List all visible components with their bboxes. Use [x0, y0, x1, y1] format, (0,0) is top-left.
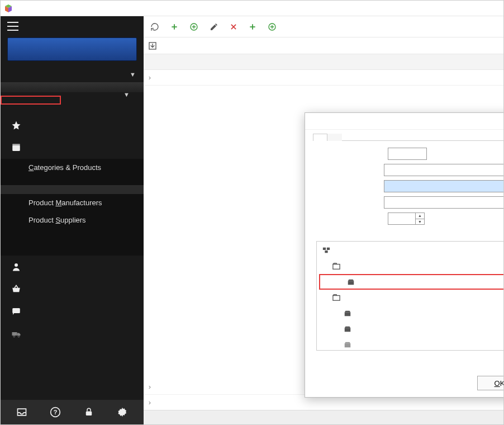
svg-rect-4: [12, 332, 17, 336]
app-logo-icon: [4, 4, 13, 13]
quick-add-group-button[interactable]: [185, 20, 205, 34]
expand-button[interactable]: [148, 41, 160, 50]
folder-icon: [332, 294, 340, 301]
gear-icon[interactable]: [115, 404, 130, 420]
svg-point-5: [13, 336, 15, 337]
sidebar-sub-attributes[interactable]: [1, 185, 144, 194]
ok-button[interactable]: OK: [477, 376, 503, 390]
chat-icon: [11, 306, 22, 317]
shops-icon: [322, 246, 330, 254]
expand-row-icon[interactable]: ›: [144, 73, 156, 82]
sidebar-item-orders[interactable]: [1, 278, 144, 300]
expand-icon: [148, 41, 157, 50]
shop-icon: [344, 309, 351, 317]
expand-row-icon[interactable]: ›: [144, 382, 156, 391]
shop-icon: [347, 278, 355, 286]
tree-header: [317, 242, 503, 258]
select-attribute-type[interactable]: ▼: [384, 164, 503, 176]
add-group-button[interactable]: [166, 21, 185, 33]
modal-titlebar: ? ✕: [305, 113, 503, 130]
edit-group-modal: ? ✕: [305, 112, 503, 398]
grid-footer: [144, 410, 503, 424]
svg-point-2: [15, 263, 18, 267]
sidebar-sub-categories[interactable]: Categories & Products: [1, 159, 144, 176]
sidebar-item-favorites[interactable]: [1, 114, 144, 136]
sidebar-sub-picker[interactable]: [1, 176, 144, 185]
shop-selector[interactable]: [1, 96, 61, 105]
svg-rect-19: [333, 296, 340, 301]
input-public-name[interactable]: [384, 196, 503, 209]
sidebar: ▼ ▼ Categories & Products Product Manufa…: [1, 16, 144, 424]
hamburger-button[interactable]: [1, 16, 144, 36]
truck-icon: [11, 328, 22, 339]
svg-rect-16: [325, 251, 327, 253]
sidebar-sub-features[interactable]: [1, 229, 144, 238]
section-shop-association: [313, 231, 503, 241]
svg-rect-15: [327, 248, 330, 250]
modal-footer: OK: [305, 369, 503, 397]
edit-group-button[interactable]: [205, 20, 225, 34]
svg-rect-14: [323, 248, 326, 250]
shop-icon: [344, 341, 351, 348]
sidebar-item-catalog[interactable]: [1, 136, 144, 159]
store-selector[interactable]: ▼: [1, 67, 144, 82]
grid-header: [144, 54, 503, 70]
svg-point-6: [18, 336, 20, 337]
store-banner: [7, 37, 137, 61]
sidebar-bottom-bar: ?: [1, 400, 144, 424]
help-icon[interactable]: ?: [47, 404, 63, 420]
tree-row-photo-stuff[interactable]: [317, 290, 503, 305]
svg-rect-21: [345, 328, 351, 332]
tab-english[interactable]: [313, 134, 327, 141]
shop-tree: ✓ ✓: [316, 241, 503, 351]
toolbar-secondary: [144, 37, 503, 54]
tree-row-photo-usa[interactable]: [317, 337, 503, 351]
sidebar-item-customers[interactable]: [1, 256, 144, 278]
person-icon: [11, 261, 22, 272]
table-row[interactable]: ›: [144, 70, 503, 86]
chevron-down-icon[interactable]: ▼: [123, 91, 130, 98]
content-area: › › ›: [144, 16, 503, 424]
position-spinner: ▲ ▼: [415, 213, 424, 224]
svg-rect-18: [348, 281, 354, 285]
sidebar-sub-tags[interactable]: [1, 238, 144, 247]
tree-row-photo-eu[interactable]: [317, 321, 503, 337]
basket-icon: [11, 284, 22, 295]
input-name[interactable]: [384, 180, 503, 192]
input-position[interactable]: ▲ ▼: [388, 212, 425, 225]
svg-rect-1: [12, 144, 20, 145]
folder-icon: [332, 262, 340, 270]
lock-icon[interactable]: [81, 404, 97, 420]
quick-add-attribute-button[interactable]: [263, 20, 283, 34]
spinner-up-icon[interactable]: ▲: [416, 213, 424, 219]
chevron-down-icon: ▼: [130, 71, 136, 78]
input-group-id[interactable]: [388, 148, 427, 160]
add-attribute-button[interactable]: [244, 21, 263, 33]
sidebar-item-shipping[interactable]: [1, 323, 144, 345]
svg-rect-0: [12, 145, 20, 152]
svg-rect-3: [12, 308, 20, 313]
titlebar: [1, 1, 503, 16]
tab-french[interactable]: [327, 134, 342, 141]
sidebar-sub-attachments[interactable]: [1, 247, 144, 256]
expand-row-icon[interactable]: ›: [144, 398, 156, 407]
language-tabs: [313, 133, 503, 141]
svg-text:?: ?: [54, 409, 58, 415]
svg-rect-17: [333, 265, 340, 270]
inbox-icon[interactable]: [14, 404, 30, 420]
shop-chevron-outer: ▼: [123, 90, 135, 98]
tree-row-photo-na[interactable]: [317, 305, 503, 321]
tree-row-default[interactable]: ✓: [317, 258, 503, 274]
catalog-icon: [11, 142, 22, 153]
sidebar-item-customer-service[interactable]: [1, 300, 144, 323]
sidebar-sub-manufacturers[interactable]: Product Manufacturers: [1, 194, 144, 211]
refresh-button[interactable]: [146, 20, 166, 34]
shop-icon: [344, 325, 351, 333]
svg-rect-20: [345, 312, 351, 316]
spinner-down-icon[interactable]: ▼: [416, 219, 424, 225]
sidebar-sub-suppliers[interactable]: Product Suppliers: [1, 211, 144, 229]
svg-rect-9: [86, 412, 92, 416]
delete-group-button[interactable]: [225, 21, 244, 33]
toolbar: [144, 16, 503, 37]
tree-row-mexico[interactable]: ✓: [319, 274, 503, 290]
